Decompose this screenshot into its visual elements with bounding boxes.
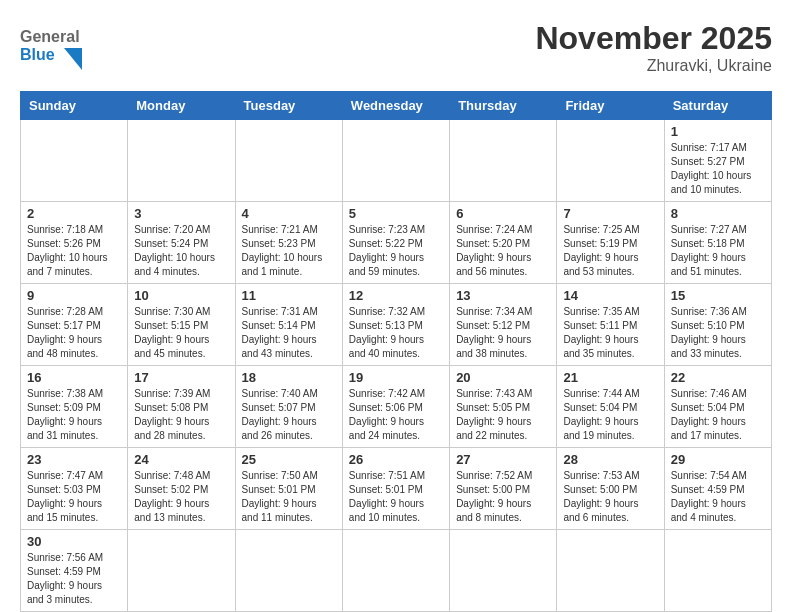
day-number: 30 bbox=[27, 534, 121, 549]
day-info: Sunrise: 7:56 AM Sunset: 4:59 PM Dayligh… bbox=[27, 551, 121, 607]
day-info: Sunrise: 7:44 AM Sunset: 5:04 PM Dayligh… bbox=[563, 387, 657, 443]
day-number: 27 bbox=[456, 452, 550, 467]
day-number: 23 bbox=[27, 452, 121, 467]
calendar-cell: 8Sunrise: 7:27 AM Sunset: 5:18 PM Daylig… bbox=[664, 202, 771, 284]
day-number: 22 bbox=[671, 370, 765, 385]
calendar-cell bbox=[450, 530, 557, 612]
svg-marker-2 bbox=[64, 48, 82, 70]
day-number: 17 bbox=[134, 370, 228, 385]
day-info: Sunrise: 7:34 AM Sunset: 5:12 PM Dayligh… bbox=[456, 305, 550, 361]
calendar-cell: 2Sunrise: 7:18 AM Sunset: 5:26 PM Daylig… bbox=[21, 202, 128, 284]
calendar-cell: 22Sunrise: 7:46 AM Sunset: 5:04 PM Dayli… bbox=[664, 366, 771, 448]
calendar-cell: 25Sunrise: 7:50 AM Sunset: 5:01 PM Dayli… bbox=[235, 448, 342, 530]
day-info: Sunrise: 7:17 AM Sunset: 5:27 PM Dayligh… bbox=[671, 141, 765, 197]
calendar-cell bbox=[21, 120, 128, 202]
location: Zhuravki, Ukraine bbox=[535, 57, 772, 75]
calendar-cell: 10Sunrise: 7:30 AM Sunset: 5:15 PM Dayli… bbox=[128, 284, 235, 366]
weekday-header: Wednesday bbox=[342, 92, 449, 120]
calendar-cell bbox=[557, 530, 664, 612]
weekday-header: Friday bbox=[557, 92, 664, 120]
logo: General Blue bbox=[20, 20, 90, 75]
day-info: Sunrise: 7:39 AM Sunset: 5:08 PM Dayligh… bbox=[134, 387, 228, 443]
calendar-cell: 1Sunrise: 7:17 AM Sunset: 5:27 PM Daylig… bbox=[664, 120, 771, 202]
calendar-cell bbox=[128, 120, 235, 202]
day-number: 4 bbox=[242, 206, 336, 221]
day-info: Sunrise: 7:36 AM Sunset: 5:10 PM Dayligh… bbox=[671, 305, 765, 361]
calendar-cell: 19Sunrise: 7:42 AM Sunset: 5:06 PM Dayli… bbox=[342, 366, 449, 448]
calendar-week-row: 9Sunrise: 7:28 AM Sunset: 5:17 PM Daylig… bbox=[21, 284, 772, 366]
day-number: 5 bbox=[349, 206, 443, 221]
calendar-cell bbox=[557, 120, 664, 202]
day-info: Sunrise: 7:35 AM Sunset: 5:11 PM Dayligh… bbox=[563, 305, 657, 361]
day-info: Sunrise: 7:20 AM Sunset: 5:24 PM Dayligh… bbox=[134, 223, 228, 279]
calendar-cell: 14Sunrise: 7:35 AM Sunset: 5:11 PM Dayli… bbox=[557, 284, 664, 366]
calendar-cell: 9Sunrise: 7:28 AM Sunset: 5:17 PM Daylig… bbox=[21, 284, 128, 366]
calendar-cell: 28Sunrise: 7:53 AM Sunset: 5:00 PM Dayli… bbox=[557, 448, 664, 530]
day-info: Sunrise: 7:42 AM Sunset: 5:06 PM Dayligh… bbox=[349, 387, 443, 443]
calendar-cell: 30Sunrise: 7:56 AM Sunset: 4:59 PM Dayli… bbox=[21, 530, 128, 612]
calendar-cell: 26Sunrise: 7:51 AM Sunset: 5:01 PM Dayli… bbox=[342, 448, 449, 530]
day-number: 3 bbox=[134, 206, 228, 221]
day-number: 13 bbox=[456, 288, 550, 303]
calendar-week-row: 30Sunrise: 7:56 AM Sunset: 4:59 PM Dayli… bbox=[21, 530, 772, 612]
day-info: Sunrise: 7:47 AM Sunset: 5:03 PM Dayligh… bbox=[27, 469, 121, 525]
calendar-cell: 17Sunrise: 7:39 AM Sunset: 5:08 PM Dayli… bbox=[128, 366, 235, 448]
day-info: Sunrise: 7:54 AM Sunset: 4:59 PM Dayligh… bbox=[671, 469, 765, 525]
calendar-header-row: SundayMondayTuesdayWednesdayThursdayFrid… bbox=[21, 92, 772, 120]
day-info: Sunrise: 7:48 AM Sunset: 5:02 PM Dayligh… bbox=[134, 469, 228, 525]
calendar-cell bbox=[450, 120, 557, 202]
day-number: 6 bbox=[456, 206, 550, 221]
day-number: 12 bbox=[349, 288, 443, 303]
calendar-cell: 24Sunrise: 7:48 AM Sunset: 5:02 PM Dayli… bbox=[128, 448, 235, 530]
calendar-week-row: 23Sunrise: 7:47 AM Sunset: 5:03 PM Dayli… bbox=[21, 448, 772, 530]
calendar-cell: 23Sunrise: 7:47 AM Sunset: 5:03 PM Dayli… bbox=[21, 448, 128, 530]
calendar-week-row: 1Sunrise: 7:17 AM Sunset: 5:27 PM Daylig… bbox=[21, 120, 772, 202]
calendar-cell: 29Sunrise: 7:54 AM Sunset: 4:59 PM Dayli… bbox=[664, 448, 771, 530]
calendar-cell bbox=[342, 530, 449, 612]
calendar-cell: 6Sunrise: 7:24 AM Sunset: 5:20 PM Daylig… bbox=[450, 202, 557, 284]
day-info: Sunrise: 7:50 AM Sunset: 5:01 PM Dayligh… bbox=[242, 469, 336, 525]
calendar-cell: 13Sunrise: 7:34 AM Sunset: 5:12 PM Dayli… bbox=[450, 284, 557, 366]
calendar-cell: 4Sunrise: 7:21 AM Sunset: 5:23 PM Daylig… bbox=[235, 202, 342, 284]
calendar-cell bbox=[128, 530, 235, 612]
day-number: 26 bbox=[349, 452, 443, 467]
day-number: 11 bbox=[242, 288, 336, 303]
calendar-week-row: 2Sunrise: 7:18 AM Sunset: 5:26 PM Daylig… bbox=[21, 202, 772, 284]
day-number: 19 bbox=[349, 370, 443, 385]
calendar-cell: 3Sunrise: 7:20 AM Sunset: 5:24 PM Daylig… bbox=[128, 202, 235, 284]
calendar-cell bbox=[664, 530, 771, 612]
month-title: November 2025 bbox=[535, 20, 772, 57]
calendar-cell: 7Sunrise: 7:25 AM Sunset: 5:19 PM Daylig… bbox=[557, 202, 664, 284]
day-number: 16 bbox=[27, 370, 121, 385]
day-number: 8 bbox=[671, 206, 765, 221]
day-number: 24 bbox=[134, 452, 228, 467]
calendar-cell: 16Sunrise: 7:38 AM Sunset: 5:09 PM Dayli… bbox=[21, 366, 128, 448]
day-info: Sunrise: 7:30 AM Sunset: 5:15 PM Dayligh… bbox=[134, 305, 228, 361]
day-info: Sunrise: 7:31 AM Sunset: 5:14 PM Dayligh… bbox=[242, 305, 336, 361]
calendar-week-row: 16Sunrise: 7:38 AM Sunset: 5:09 PM Dayli… bbox=[21, 366, 772, 448]
day-info: Sunrise: 7:40 AM Sunset: 5:07 PM Dayligh… bbox=[242, 387, 336, 443]
day-info: Sunrise: 7:46 AM Sunset: 5:04 PM Dayligh… bbox=[671, 387, 765, 443]
day-number: 9 bbox=[27, 288, 121, 303]
calendar-cell: 11Sunrise: 7:31 AM Sunset: 5:14 PM Dayli… bbox=[235, 284, 342, 366]
day-info: Sunrise: 7:28 AM Sunset: 5:17 PM Dayligh… bbox=[27, 305, 121, 361]
calendar-cell: 5Sunrise: 7:23 AM Sunset: 5:22 PM Daylig… bbox=[342, 202, 449, 284]
day-info: Sunrise: 7:24 AM Sunset: 5:20 PM Dayligh… bbox=[456, 223, 550, 279]
title-area: November 2025 Zhuravki, Ukraine bbox=[535, 20, 772, 75]
day-number: 28 bbox=[563, 452, 657, 467]
day-number: 10 bbox=[134, 288, 228, 303]
weekday-header: Thursday bbox=[450, 92, 557, 120]
calendar-cell bbox=[342, 120, 449, 202]
day-number: 7 bbox=[563, 206, 657, 221]
day-number: 21 bbox=[563, 370, 657, 385]
calendar-cell: 12Sunrise: 7:32 AM Sunset: 5:13 PM Dayli… bbox=[342, 284, 449, 366]
calendar-cell: 27Sunrise: 7:52 AM Sunset: 5:00 PM Dayli… bbox=[450, 448, 557, 530]
day-info: Sunrise: 7:18 AM Sunset: 5:26 PM Dayligh… bbox=[27, 223, 121, 279]
day-info: Sunrise: 7:52 AM Sunset: 5:00 PM Dayligh… bbox=[456, 469, 550, 525]
calendar-cell: 15Sunrise: 7:36 AM Sunset: 5:10 PM Dayli… bbox=[664, 284, 771, 366]
day-number: 18 bbox=[242, 370, 336, 385]
calendar-cell bbox=[235, 120, 342, 202]
day-number: 15 bbox=[671, 288, 765, 303]
day-info: Sunrise: 7:21 AM Sunset: 5:23 PM Dayligh… bbox=[242, 223, 336, 279]
calendar-cell: 21Sunrise: 7:44 AM Sunset: 5:04 PM Dayli… bbox=[557, 366, 664, 448]
